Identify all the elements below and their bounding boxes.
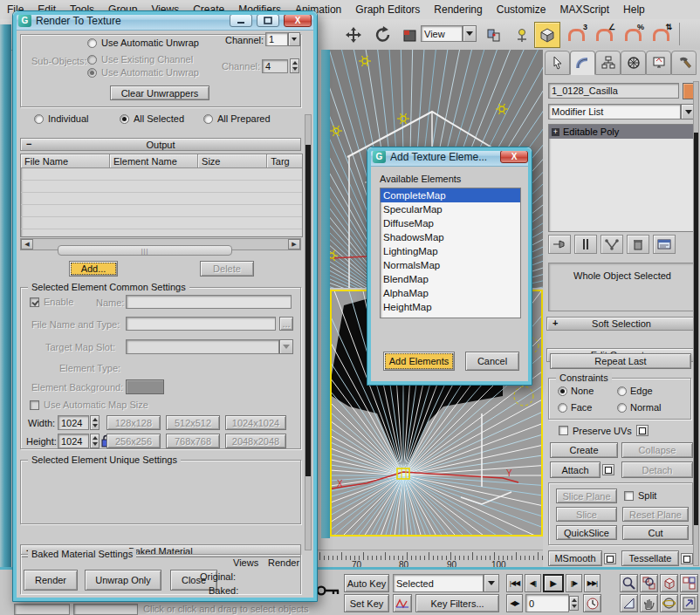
motion-tab[interactable] bbox=[621, 51, 646, 75]
size-512-button[interactable]: 512x512 bbox=[166, 415, 220, 430]
zoom-button[interactable] bbox=[620, 574, 638, 592]
selection-lock-area[interactable] bbox=[14, 604, 70, 615]
list-item-diffusemap[interactable]: DiffuseMap bbox=[381, 216, 520, 230]
menu-maxscript[interactable]: MAXScript bbox=[559, 3, 609, 16]
snaps-3d-toggle-button[interactable]: 3 bbox=[563, 22, 589, 48]
list-item-blendmap[interactable]: BlendMap bbox=[381, 272, 520, 286]
spinner-snap-toggle-button[interactable]: ⇅ bbox=[648, 22, 674, 48]
play-button[interactable]: ▶ bbox=[543, 574, 564, 592]
frame-spinner[interactable] bbox=[569, 596, 579, 611]
hierarchy-tab[interactable] bbox=[595, 51, 621, 75]
list-item-alphamap[interactable]: AlphaMap bbox=[381, 286, 520, 300]
maximize-button[interactable] bbox=[257, 14, 279, 27]
list-item-lightingmap[interactable]: LightingMap bbox=[381, 244, 520, 258]
enable-option[interactable]: Enable bbox=[30, 297, 73, 307]
panel-scrollbar-thumb[interactable] bbox=[694, 133, 698, 525]
selection-set-dropdown[interactable]: Selected bbox=[393, 574, 484, 592]
expand-stack-icon[interactable]: + bbox=[552, 128, 559, 136]
list-item-normalsmap[interactable]: NormalsMap bbox=[381, 258, 520, 272]
channel-dropdown[interactable]: 1 bbox=[265, 32, 288, 46]
render-button[interactable]: Render bbox=[24, 570, 78, 591]
scroll-left-arrow[interactable]: ◀ bbox=[21, 239, 33, 249]
use-auto-unwrap-option[interactable]: Use Automatic Unwrap bbox=[87, 38, 199, 48]
angle-snap-toggle-button[interactable]: ∠ bbox=[591, 22, 617, 48]
available-elements-list[interactable]: CompleteMap SpecularMap DiffuseMap Shado… bbox=[380, 188, 521, 318]
msmooth-settings-button[interactable] bbox=[604, 553, 616, 564]
size-128-button[interactable]: 128x128 bbox=[106, 415, 161, 430]
constraint-face-option[interactable]: Face bbox=[558, 402, 592, 413]
field-of-view-button[interactable] bbox=[620, 594, 638, 612]
column-file-name[interactable]: File Name bbox=[21, 154, 110, 168]
radio-normal[interactable] bbox=[617, 403, 627, 413]
enable-checkbox[interactable] bbox=[30, 297, 39, 307]
modifier-list-dropdown[interactable]: Modifier List bbox=[548, 104, 681, 120]
slice-plane-button[interactable]: Slice Plane bbox=[556, 489, 617, 503]
output-hscrollbar[interactable]: ◀ ||| ▶ bbox=[20, 238, 301, 250]
detach-button[interactable]: Detach bbox=[621, 461, 693, 478]
arc-rotate-button[interactable] bbox=[660, 594, 678, 612]
rtt-scrollbar-thumb[interactable] bbox=[305, 145, 311, 476]
use-existing-channel-radio[interactable] bbox=[87, 55, 97, 65]
constraint-edge-option[interactable]: Edge bbox=[617, 386, 653, 396]
add-dialog-title-bar[interactable]: G Add Texture Eleme... X bbox=[367, 147, 532, 167]
default-in-out-tangent-button[interactable] bbox=[393, 594, 412, 612]
menu-graph-editors[interactable]: Graph Editors bbox=[355, 3, 420, 16]
element-background-swatch[interactable] bbox=[126, 379, 164, 394]
radio-none[interactable] bbox=[558, 386, 567, 396]
modify-tab[interactable] bbox=[570, 51, 595, 75]
rtt-scrollbar[interactable] bbox=[305, 114, 312, 550]
unwrap-only-button[interactable]: Unwrap Only bbox=[85, 570, 161, 591]
height-spinner[interactable] bbox=[90, 434, 100, 448]
scroll-right-arrow[interactable]: ▶ bbox=[288, 239, 300, 249]
hscroll-thumb[interactable]: ||| bbox=[58, 245, 232, 256]
minimize-button[interactable] bbox=[230, 14, 252, 27]
repeat-last-button[interactable]: Repeat Last bbox=[550, 353, 691, 369]
preserve-uvs-option[interactable]: Preserve UVs bbox=[559, 425, 649, 436]
output-rollout[interactable]: − Output bbox=[20, 138, 301, 151]
snaps-toggle-button[interactable] bbox=[534, 22, 560, 48]
height-field[interactable]: 1024 bbox=[58, 434, 89, 448]
list-item-heightmap[interactable]: HeightMap bbox=[381, 300, 520, 314]
preserve-uvs-settings-button[interactable] bbox=[636, 425, 649, 436]
file-name-field[interactable] bbox=[126, 317, 276, 331]
attach-settings-button[interactable] bbox=[602, 464, 614, 475]
create-button[interactable]: Create bbox=[550, 442, 618, 458]
target-map-slot-arrow[interactable] bbox=[279, 339, 293, 354]
column-size[interactable]: Size bbox=[198, 154, 267, 168]
go-to-end-button[interactable]: ▶▶| bbox=[584, 574, 600, 592]
pan-button[interactable] bbox=[640, 594, 658, 612]
key-filters-button[interactable]: Key Filters... bbox=[415, 594, 499, 612]
individual-option[interactable]: Individual bbox=[34, 113, 88, 124]
constraint-normal-option[interactable]: Normal bbox=[617, 402, 661, 413]
slice-button[interactable]: Slice bbox=[556, 507, 617, 522]
size-1024-button[interactable]: 1024x1024 bbox=[225, 415, 286, 430]
list-item-completemap[interactable]: CompleteMap bbox=[381, 188, 520, 202]
display-tab[interactable] bbox=[646, 51, 671, 75]
size-2048-button[interactable]: 2048x2048 bbox=[225, 434, 286, 448]
remove-modifier-button[interactable] bbox=[627, 235, 649, 254]
size-256-button[interactable]: 256x256 bbox=[106, 434, 161, 448]
browse-button[interactable]: ... bbox=[279, 317, 293, 331]
list-item-shadowsmap[interactable]: ShadowsMap bbox=[381, 230, 520, 244]
output-table[interactable]: File Name Element Name Size Targ bbox=[20, 154, 303, 237]
reference-coordinate-dropdown-button[interactable] bbox=[463, 25, 477, 42]
modifier-stack[interactable]: + Editable Poly bbox=[548, 124, 697, 232]
all-prepared-radio[interactable] bbox=[203, 114, 213, 124]
use-auto-map-size-option[interactable]: Use Automatic Map Size bbox=[30, 400, 148, 410]
name-field[interactable] bbox=[126, 295, 292, 309]
radio-face[interactable] bbox=[558, 403, 567, 413]
split-option[interactable]: Split bbox=[624, 490, 656, 501]
use-auto-unwrap-radio[interactable] bbox=[87, 38, 97, 48]
select-and-move-button[interactable] bbox=[340, 22, 367, 48]
msmooth-button[interactable]: MSmooth bbox=[548, 550, 602, 566]
select-and-scale-button[interactable] bbox=[397, 22, 423, 48]
menu-rendering[interactable]: Rendering bbox=[434, 3, 482, 16]
attach-button[interactable]: Attach bbox=[550, 461, 600, 478]
utilities-tab[interactable] bbox=[671, 51, 697, 75]
menu-help[interactable]: Help bbox=[623, 3, 645, 16]
cut-button[interactable]: Cut bbox=[622, 525, 689, 540]
show-end-result-button[interactable] bbox=[574, 235, 597, 254]
cancel-button[interactable]: Cancel bbox=[465, 352, 519, 371]
previous-frame-button[interactable]: ◀|| bbox=[525, 574, 541, 592]
current-frame-field[interactable]: 0 bbox=[525, 594, 569, 612]
